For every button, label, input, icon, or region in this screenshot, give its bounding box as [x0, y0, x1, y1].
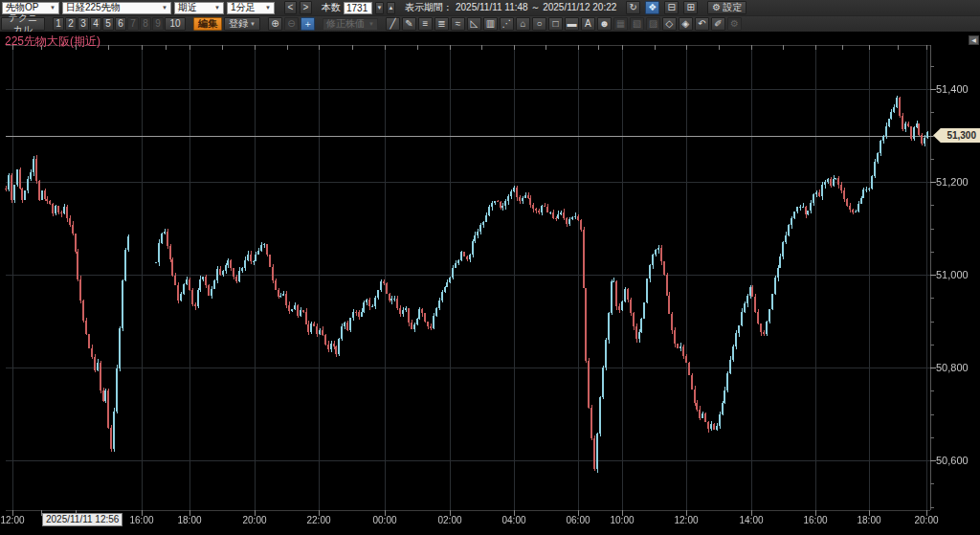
print-icon: ⊟	[668, 2, 676, 13]
crosshair-pointer-button[interactable]: ❖	[645, 1, 659, 14]
x-axis-label: 22:00	[306, 515, 330, 525]
ray-lines-tool[interactable]: ⋰	[500, 17, 514, 31]
technical-preset-1[interactable]: 1	[53, 17, 64, 31]
parallel-lines-tool[interactable]: ≣	[434, 17, 449, 31]
bars-input[interactable]	[344, 2, 372, 14]
candlestick-chart[interactable]	[0, 32, 980, 535]
crosshair-date-tooltip: 2025/11/11 12:56	[42, 513, 122, 526]
add-window-button[interactable]: ⊞	[683, 1, 698, 14]
stamp-tool[interactable]: ☻	[597, 17, 612, 31]
y-axis-label: 50,600	[936, 455, 969, 466]
instrument-select[interactable]: 日経225先物 ▼	[62, 2, 171, 14]
panel-collapse-button[interactable]: ◀	[969, 35, 979, 45]
x-axis-label: 20:00	[242, 515, 266, 525]
pentagon-tool[interactable]: ⌂	[516, 17, 530, 31]
x-axis-label: 20:00	[914, 515, 938, 525]
technical-preset-4[interactable]: 4	[90, 17, 101, 31]
eraser-all-tool[interactable]: ◈	[679, 17, 693, 31]
x-axis-label: 00:00	[372, 515, 396, 525]
contract-select[interactable]: 期近 ▼	[174, 2, 224, 14]
pattern-tool-3-icon: ▨	[649, 18, 657, 30]
crosshair-button[interactable]: ＋	[301, 17, 315, 31]
zoom-out-button[interactable]: ⊖	[284, 17, 299, 31]
technical-preset-10[interactable]: 10	[165, 17, 186, 31]
timeframe-select[interactable]: 1分足 ▼	[227, 2, 275, 14]
zoom-in-button[interactable]: ⊕	[268, 17, 282, 31]
period-value: 2025/11/11 11:48 ～ 2025/11/12 20:22	[456, 1, 616, 14]
rectangle-tool[interactable]: □	[548, 17, 563, 31]
pentagon-tool-icon: ⌂	[520, 18, 525, 30]
pattern-tool-2[interactable]: ▧	[630, 17, 644, 31]
technical-preset-2[interactable]: 2	[65, 17, 77, 31]
text-tool-icon: A	[585, 18, 591, 30]
register-button[interactable]: 登録 ▼	[224, 17, 260, 31]
technical-preset-8[interactable]: 8	[140, 17, 151, 31]
pencil-tool[interactable]: ✎	[402, 17, 416, 31]
pattern-tool-1[interactable]: ▦	[613, 17, 628, 31]
add-window-icon: ⊞	[687, 2, 695, 13]
technical-preset-9[interactable]: 9	[152, 17, 164, 31]
bars-increment-button[interactable]: ▲	[387, 2, 395, 14]
trend-line-tool-icon: ╱	[390, 18, 395, 30]
technical-preset-3[interactable]: 3	[78, 17, 89, 31]
x-axis-label: 10:00	[610, 515, 634, 525]
x-axis-label: 16:00	[129, 515, 153, 525]
pattern-tool-1-icon: ▦	[616, 18, 625, 30]
ellipse-tool[interactable]: ○	[532, 17, 546, 31]
toolbar-icon-group: ↻❖⊟⊞	[626, 1, 698, 14]
chart-area[interactable]: 225先物大阪(期近) 51,40051,20051,00050,80050,6…	[0, 32, 980, 535]
text-tool[interactable]: A	[581, 17, 595, 31]
horizontal-lines-tool[interactable]: ≡	[418, 17, 433, 31]
draw-tool-group: ╱✎≡≣≈◺▥⋰⌂○□▬A☻▦▧▨◇◈↶✐⚙	[386, 17, 742, 31]
settings-button[interactable]: ⚙ 設定	[707, 1, 746, 14]
pattern-tool-3[interactable]: ▨	[646, 17, 660, 31]
x-axis-label: 12:00	[674, 515, 698, 525]
pointer-pen-tool[interactable]: ✐	[711, 17, 725, 31]
timeframe-select-value: 1分足	[231, 1, 256, 14]
technical-preset-5[interactable]: 5	[102, 17, 114, 31]
adjusted-price-label: 修正株価	[326, 17, 365, 31]
x-axis-label: 16:00	[803, 515, 827, 525]
next-button[interactable]: >	[300, 1, 312, 14]
eraser-all-tool-icon: ◈	[682, 18, 690, 30]
wave-tool[interactable]: ≈	[451, 17, 465, 31]
eraser-tool[interactable]: ◇	[662, 17, 677, 31]
fan-lines-tool[interactable]: ◺	[467, 17, 481, 31]
settings-label: 設定	[723, 2, 742, 13]
bars-decrement-button[interactable]: ▼	[375, 2, 384, 14]
instrument-select-value: 日経225先物	[66, 1, 121, 14]
ellipse-tool-icon: ○	[536, 18, 542, 30]
edit-button[interactable]: 編集	[193, 17, 222, 31]
chevron-down-icon: ▼	[50, 5, 56, 11]
pattern-tool-2-icon: ▧	[633, 18, 641, 30]
main-toolbar: 先物OP ▼ 日経225先物 ▼ 期近 ▼ 1分足 ▼ < > 本数 ▼ ▲ 表…	[0, 0, 980, 16]
x-axis-label: 14:00	[739, 515, 763, 525]
print-button[interactable]: ⊟	[664, 1, 679, 14]
bars-label: 本数	[322, 1, 341, 14]
current-price-tag: 51,300	[933, 128, 980, 143]
horizontal-lines-tool-icon: ≡	[423, 18, 429, 30]
y-axis-label: 51,200	[936, 176, 969, 188]
technical-button[interactable]: テクニカル	[1, 17, 45, 31]
gear-icon: ⚙	[712, 2, 721, 13]
chart-app: 先物OP ▼ 日経225先物 ▼ 期近 ▼ 1分足 ▼ < > 本数 ▼ ▲ 表…	[0, 0, 980, 535]
wave-tool-icon: ≈	[456, 18, 461, 30]
undo-tool[interactable]: ↶	[695, 17, 709, 31]
trend-line-tool[interactable]: ╱	[386, 17, 400, 31]
vertical-lines-tool[interactable]: ▥	[483, 17, 498, 31]
register-label: 登録	[229, 18, 248, 30]
tool-settings-icon[interactable]: ⚙	[727, 17, 742, 31]
reload-icon: ↻	[630, 2, 637, 13]
reload-button[interactable]: ↻	[626, 1, 640, 14]
y-axis-label: 50,800	[936, 362, 969, 373]
crosshair-pointer-icon: ❖	[648, 2, 657, 13]
horizontal-bar-tool[interactable]: ▬	[565, 17, 579, 31]
adjusted-price-select: 修正株価 ▼	[323, 18, 378, 31]
x-axis-label: 06:00	[566, 515, 590, 525]
chevron-down-icon: ▼	[265, 5, 271, 11]
technical-preset-7[interactable]: 7	[127, 17, 139, 31]
undo-tool-icon: ↶	[698, 18, 705, 30]
ray-lines-tool-icon: ⋰	[501, 18, 511, 30]
prev-button[interactable]: <	[284, 1, 297, 14]
technical-preset-6[interactable]: 6	[115, 17, 126, 31]
